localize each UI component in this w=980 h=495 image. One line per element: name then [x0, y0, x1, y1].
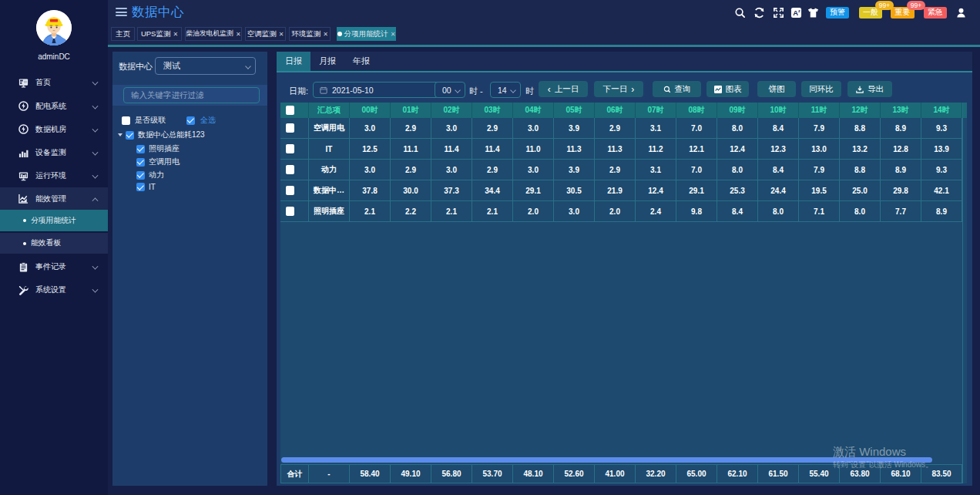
svg-text:z: z — [798, 8, 800, 13]
